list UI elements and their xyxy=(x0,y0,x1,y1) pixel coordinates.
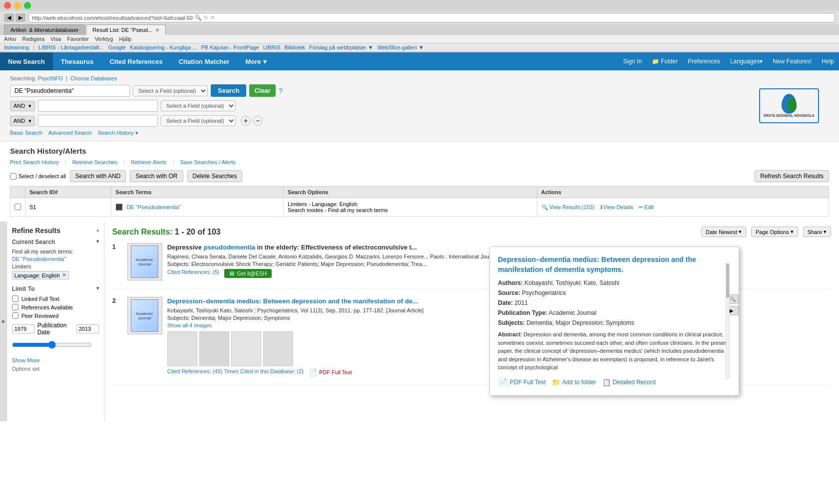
browser-maximize-btn[interactable] xyxy=(24,2,31,9)
page-options-arrow: ▾ xyxy=(791,229,794,235)
browser-chrome: ◀ ▶ http://web.ebscohost.com/ehost/resul… xyxy=(0,0,839,52)
clear-button[interactable]: Clear xyxy=(249,84,276,97)
menu-redigera[interactable]: Redigera xyxy=(22,36,44,42)
result-title-2[interactable]: Depression–dementia medius: Between depr… xyxy=(167,297,418,305)
pub-date-from-input[interactable] xyxy=(12,324,34,333)
search-history-link[interactable]: Search History ▾ xyxy=(98,130,138,136)
search-or-button[interactable]: Search with OR xyxy=(130,170,183,182)
row-checkbox[interactable] xyxy=(14,204,21,210)
peer-reviewed-checkbox-label[interactable]: Peer Reviewed xyxy=(12,312,99,319)
nav-new-search[interactable]: New Search xyxy=(0,52,53,70)
nav-cited-refs[interactable]: Cited References xyxy=(101,52,170,70)
tab-result[interactable]: Result List: DE "Pseud... ✕ xyxy=(86,24,166,35)
nav-preferences[interactable]: Preferences xyxy=(683,58,725,65)
pdf-button-2[interactable]: 📄 PDF Full Text xyxy=(309,368,352,376)
prefix-arrow-2: ▾ xyxy=(28,103,31,109)
advanced-search-link[interactable]: Advanced Search xyxy=(48,130,92,136)
bookmark-webslice[interactable]: WebSlice-galleri ▼ xyxy=(377,44,423,50)
field-select-1[interactable]: Select a Field (optional) xyxy=(133,85,208,96)
menu-hjalp[interactable]: Hjälp xyxy=(119,36,131,42)
address-bar[interactable]: http://web.ebscohost.com/ehost/resultsad… xyxy=(28,13,835,22)
search-prefix-3[interactable]: AND ▾ xyxy=(10,116,35,126)
select-all-checkbox-label[interactable]: Select / deselect all xyxy=(10,173,66,180)
sort-dropdown[interactable]: Date Newest ▾ xyxy=(701,227,746,237)
collapse-sidebar-btn[interactable]: « xyxy=(0,222,7,421)
bookmark-katalogisering[interactable]: Katalogisering - Kungliga ... xyxy=(130,44,197,50)
menu-arkiv[interactable]: Arkiv xyxy=(4,36,16,42)
view-details-link[interactable]: ℹ View Details xyxy=(600,204,633,211)
bookmark-libris-lantagar[interactable]: LIBRIS - Låntagarbeställi... xyxy=(38,44,104,50)
choose-db-link[interactable]: Choose Databases xyxy=(70,75,117,81)
menu-verktyg[interactable]: Verktyg xyxy=(95,36,113,42)
share-dropdown[interactable]: Share ▾ xyxy=(803,227,831,237)
nav-signin[interactable]: Sign In xyxy=(618,58,647,65)
bookmark-itslearning[interactable]: itslearning xyxy=(4,44,29,50)
menu-visa[interactable]: Visa xyxy=(50,36,61,42)
database-link[interactable]: PsycINFO xyxy=(38,75,63,81)
search-input-1[interactable] xyxy=(10,85,130,97)
retrieve-searches-link[interactable]: Retrieve Searches xyxy=(72,159,118,165)
browser-close-btn[interactable] xyxy=(4,2,11,9)
search-term-link[interactable]: DE "Pseudodementia" xyxy=(126,204,181,210)
nav-folder[interactable]: 📁 Folder xyxy=(647,58,683,65)
search-prefix-2[interactable]: AND ▾ xyxy=(10,101,35,111)
nav-languages[interactable]: Languages ▾ xyxy=(725,58,768,65)
search-input-2[interactable] xyxy=(38,100,158,112)
search-and-button[interactable]: Search with AND xyxy=(70,170,126,182)
references-available-checkbox-label[interactable]: References Available xyxy=(12,304,99,310)
pub-date-to-input[interactable] xyxy=(76,324,99,333)
limiters-label: Limiters xyxy=(12,263,99,269)
tab-artikel[interactable]: Artikel- & litteraturdatabaser xyxy=(4,24,85,35)
cited-refs-link-2[interactable]: Cited References: (43) Times Cited in th… xyxy=(167,368,304,376)
bookmark-forslag[interactable]: Förslag på webbplatser ▼ xyxy=(309,44,373,50)
bookmark-bibliotek[interactable]: Bibliotek xyxy=(285,44,306,50)
nav-more[interactable]: More ▾ xyxy=(238,52,275,70)
get-it-button-1[interactable]: 🏛 Get it@ESH xyxy=(224,269,272,278)
remove-row-button[interactable]: − xyxy=(253,116,263,126)
nav-thesaurus[interactable]: Thesaurus xyxy=(53,52,102,70)
tab-close-result[interactable]: ✕ xyxy=(155,27,159,33)
nav-help[interactable]: Help xyxy=(817,58,839,65)
help-icon[interactable]: ? xyxy=(279,87,283,95)
search-input-3[interactable] xyxy=(38,115,158,127)
nav-citation-matcher[interactable]: Citation Matcher xyxy=(171,52,238,70)
bookmark-google[interactable]: Google xyxy=(108,44,125,50)
add-row-button[interactable]: + xyxy=(241,116,251,126)
show-more-link[interactable]: Show More xyxy=(12,357,99,364)
page-options-dropdown[interactable]: Page Options ▾ xyxy=(751,227,798,237)
linked-fulltext-checkbox[interactable] xyxy=(12,295,18,302)
popup-pubtype-label: Publication Type: xyxy=(498,309,547,316)
save-searches-link[interactable]: Save Searches / Alerts xyxy=(180,159,235,165)
browser-minimize-btn[interactable] xyxy=(14,2,21,9)
view-results-link[interactable]: 🔍 View Results (103) xyxy=(541,204,595,211)
journal-badge-2: AcademicJournal xyxy=(127,297,162,334)
remove-language-tag[interactable]: ✕ xyxy=(62,272,66,278)
popup-detailed-button[interactable]: 📋 Detailed Record xyxy=(602,378,656,386)
popup-folder-button[interactable]: 📁 Add to folder xyxy=(552,378,596,386)
linked-fulltext-checkbox-label[interactable]: Linked Full Text xyxy=(12,295,99,302)
menu-favoriter[interactable]: Favoriter xyxy=(67,36,88,42)
field-select-3[interactable]: Select a Field (optional) xyxy=(161,115,236,126)
bookmark-libris[interactable]: LIBRIS xyxy=(263,44,281,50)
peer-reviewed-checkbox[interactable] xyxy=(12,312,18,319)
references-available-checkbox[interactable] xyxy=(12,304,18,310)
select-all-checkbox[interactable] xyxy=(10,173,16,180)
bookmark-kajutan[interactable]: PB Kajutan - FrontPage xyxy=(201,44,259,50)
popup-scrollbar[interactable] xyxy=(726,263,730,379)
date-slider[interactable] xyxy=(12,341,92,349)
result-title-1[interactable]: Depressive pseudodementia in the elderly… xyxy=(167,244,417,251)
nav-new-features[interactable]: New Features! xyxy=(768,58,817,65)
search-button[interactable]: Search xyxy=(211,84,246,97)
view-icon: 🔍 xyxy=(541,204,548,211)
forward-button[interactable]: ▶ xyxy=(15,13,25,22)
basic-search-link[interactable]: Basic Search xyxy=(10,130,42,136)
edit-link[interactable]: ✏ Edit xyxy=(639,204,654,211)
cited-refs-link-1[interactable]: Cited References: (5) xyxy=(167,269,220,278)
print-history-link[interactable]: Print Search History xyxy=(10,159,59,165)
delete-searches-button[interactable]: Delete Searches xyxy=(187,170,243,182)
popup-pdf-button[interactable]: 📄 PDF Full Text xyxy=(498,378,546,387)
field-select-2[interactable]: Select a Field (optional) xyxy=(161,100,236,111)
retrieve-alerts-link[interactable]: Retrieve Alerts xyxy=(131,159,167,165)
back-button[interactable]: ◀ xyxy=(4,13,14,22)
refresh-results-button[interactable]: Refresh Search Results xyxy=(755,170,829,182)
